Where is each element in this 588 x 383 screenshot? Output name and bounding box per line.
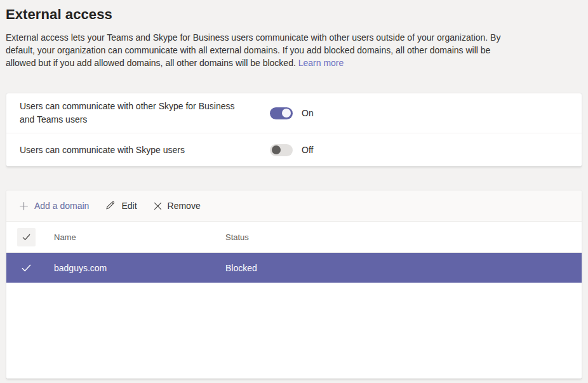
add-domain-label: Add a domain [34,201,89,211]
edit-domain-button[interactable]: Edit [104,198,138,213]
column-header-status[interactable]: Status [225,232,574,242]
pencil-icon [105,201,116,211]
toggle-row-skype-business-teams: Users can communicate with other Skype f… [6,93,582,133]
remove-domain-button[interactable]: Remove [152,198,202,213]
toggle-state-label: Off [302,145,313,155]
toggle-label: Users can communicate with Skype users [20,144,270,157]
toggle-knob [272,145,281,154]
check-icon [22,234,30,241]
close-icon [154,202,162,210]
toggle-row-skype-users: Users can communicate with Skype users O… [6,133,582,166]
row-selected-checkbox[interactable] [17,259,36,277]
domains-card: Add a domain Edit Remove Name Status [6,191,582,379]
add-domain-button[interactable]: Add a domain [18,198,90,213]
remove-domain-label: Remove [168,201,201,211]
table-empty-area [6,283,582,379]
domain-status-cell: Blocked [225,263,574,273]
domain-name-cell: badguys.com [36,263,225,273]
domains-table-header: Name Status [6,222,582,253]
page-description: External access lets your Teams and Skyp… [5,31,508,69]
check-icon [22,264,31,272]
plus-icon [19,201,29,211]
toggle-switch-skype-business-teams[interactable] [270,107,293,119]
table-row-badguys[interactable]: badguys.com Blocked [6,253,582,283]
toggle-state-label: On [302,108,314,118]
toggle-knob [282,109,291,118]
external-access-page: External access External access lets you… [0,0,588,379]
learn-more-link[interactable]: Learn more [298,58,344,68]
toggle-label: Users can communicate with other Skype f… [20,100,270,126]
page-title: External access [5,5,583,23]
toggle-switch-skype-users[interactable] [270,144,293,156]
column-header-name[interactable]: Name [36,232,225,242]
select-all-checkbox[interactable] [17,228,36,246]
edit-domain-label: Edit [121,201,137,211]
domains-toolbar: Add a domain Edit Remove [6,191,582,222]
description-text: External access lets your Teams and Skyp… [6,32,500,68]
toggle-settings-card: Users can communicate with other Skype f… [6,93,582,166]
